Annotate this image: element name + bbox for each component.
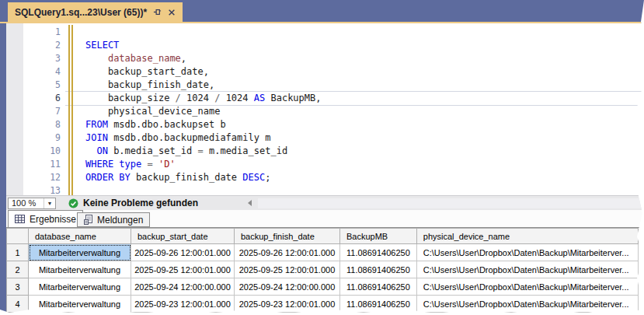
line-number: 9: [23, 131, 61, 145]
table-row: 5Mitarbeiterverwaltung2025-09-22 12:00:0…: [7, 313, 639, 315]
tab-meldungen[interactable]: Meldungen: [77, 212, 150, 227]
grid-column-header[interactable]: BackupMB: [340, 229, 417, 244]
table-row: 3Mitarbeiterverwaltung2025-09-24 12:00:0…: [7, 278, 639, 296]
grid-cell[interactable]: 11.08691406250: [340, 244, 417, 261]
grid-row-header[interactable]: 1: [7, 244, 29, 261]
health-indicator-text: Keine Probleme gefunden: [83, 198, 198, 208]
line-number: 8: [23, 118, 61, 131]
tab-ergebnisse[interactable]: Ergebnisse: [8, 210, 83, 227]
grid-cell[interactable]: C:\Users\User\Dropbox\Daten\Backup\Mitar…: [416, 296, 638, 313]
grid-column-header[interactable]: database_name: [29, 229, 131, 244]
close-icon[interactable]: [168, 9, 176, 16]
grid-body: 1Mitarbeiterverwaltung2025-09-26 12:00:0…: [7, 244, 639, 315]
grid-cell[interactable]: 2025-09-24 12:00:00.000: [235, 278, 340, 296]
grid-cell[interactable]: 2025-09-26 12:00:01.000: [131, 244, 235, 261]
code-line[interactable]: ORDER BY backup_finish_date DESC;: [85, 171, 321, 184]
line-number: 10: [23, 145, 61, 158]
grid-cell[interactable]: Mitarbeiterverwaltung: [29, 261, 131, 278]
chevron-down-icon[interactable]: ▾: [44, 198, 55, 208]
code-line[interactable]: backup_finish_date,: [85, 79, 321, 92]
tab-meldungen-label: Meldungen: [97, 215, 143, 226]
window-frame-left: [0, 0, 6, 315]
grid-cell[interactable]: 11.08691406250: [340, 296, 417, 313]
code-line[interactable]: backup_start_date,: [85, 65, 321, 79]
grid-icon: [15, 215, 25, 223]
document-tab-title: SQLQuery1.sq...23\User (65))*: [15, 7, 147, 18]
grid-row-header[interactable]: 4: [7, 296, 29, 313]
grid-cell[interactable]: Mitarbeiterverwaltung: [29, 278, 131, 296]
unsaved-changes-bar: [68, 25, 73, 195]
grid-cell[interactable]: Mitarbeiterverwaltung: [29, 313, 131, 315]
editor-status-strip: 100 % ▾ Keine Probleme gefunden: [6, 195, 644, 210]
grid-row-header[interactable]: 5: [7, 313, 29, 315]
line-number: 12: [23, 171, 61, 184]
pin-icon[interactable]: [153, 8, 162, 16]
grid-cell[interactable]: 2025-09-24 12:00:00.000: [131, 278, 235, 296]
grid-cell[interactable]: 11.08691406250: [340, 261, 417, 278]
grid-cell[interactable]: 2025-09-25 12:00:01.000: [235, 261, 340, 278]
code-line[interactable]: backup_size / 1024 / 1024 AS BackupMB,: [85, 92, 321, 105]
table-row: 2Mitarbeiterverwaltung2025-09-25 12:00:0…: [7, 261, 639, 278]
code-line[interactable]: SELECT: [85, 39, 321, 52]
code-line[interactable]: WHERE type = 'D': [85, 158, 321, 171]
line-numbers: 12345678910111213: [23, 26, 61, 198]
table-row: 4Mitarbeiterverwaltung2025-09-23 12:00:0…: [7, 296, 639, 313]
grid-cell[interactable]: 2025-09-25 12:00:01.000: [131, 261, 235, 278]
grid-cell[interactable]: 11.08691406250: [340, 313, 417, 315]
ssms-window: SQLQuery1.sq...23\User (65))* 1234567891…: [0, 0, 644, 315]
results-grid: database_namebackup_start_datebackup_fin…: [6, 227, 644, 315]
grid-cell[interactable]: 2025-09-26 12:00:01.000: [235, 244, 340, 261]
grid-cell[interactable]: 2025-09-22 12:00:01.000: [235, 313, 340, 315]
grid-column-header[interactable]: backup_start_date: [131, 229, 235, 244]
table-row: 1Mitarbeiterverwaltung2025-09-26 12:00:0…: [7, 244, 639, 261]
results-tab-bar: Ergebnisse Meldungen: [6, 210, 644, 227]
grid-cell[interactable]: C:\Users\User\Dropbox\Daten\Backup\Mitar…: [416, 261, 638, 278]
code-line[interactable]: database_name,: [85, 52, 321, 65]
code-line[interactable]: JOIN msdb.dbo.backupmediafamily m: [85, 131, 321, 145]
glyph-margin: [6, 23, 23, 195]
document-tab-strip: SQLQuery1.sq...23\User (65))*: [0, 0, 644, 23]
grid-cell[interactable]: C:\Users\User\Dropbox\Daten\Backup\Mitar…: [416, 244, 638, 261]
sql-editor[interactable]: 12345678910111213 SELECT database_name, …: [6, 23, 644, 195]
health-indicator[interactable]: Keine Probleme gefunden: [68, 198, 198, 208]
query-document-tab[interactable]: SQLQuery1.sq...23\User (65))*: [8, 2, 183, 22]
code-line[interactable]: FROM msdb.dbo.backupset b: [85, 118, 321, 131]
results-table: database_namebackup_start_datebackup_fin…: [6, 228, 639, 315]
grid-column-header[interactable]: backup_finish_date: [235, 229, 340, 244]
scroll-left-arrow-icon[interactable]: [248, 200, 252, 206]
grid-cell[interactable]: 2025-09-23 12:00:01.000: [235, 296, 340, 313]
line-number: 6: [23, 92, 61, 105]
grid-corner-header[interactable]: [7, 229, 29, 244]
grid-column-header[interactable]: physical_device_name: [416, 229, 638, 244]
code-lines[interactable]: SELECT database_name, backup_start_date,…: [85, 26, 321, 198]
zoom-level-select[interactable]: 100 % ▾: [8, 198, 56, 209]
grid-row-header[interactable]: 2: [7, 261, 29, 278]
grid-header-row: database_namebackup_start_datebackup_fin…: [7, 229, 639, 244]
grid-cell[interactable]: 11.08691406250: [340, 278, 417, 296]
line-number: 1: [23, 26, 61, 39]
line-number: 7: [23, 105, 61, 118]
line-number: 2: [23, 39, 61, 52]
grid-cell[interactable]: Mitarbeiterverwaltung: [29, 296, 131, 313]
line-number: 3: [23, 52, 61, 65]
zoom-level-value: 100 %: [9, 198, 44, 208]
grid-cell[interactable]: 2025-09-23 12:00:01.000: [131, 296, 235, 313]
grid-row-header[interactable]: 3: [7, 278, 29, 296]
messages-icon: [84, 215, 92, 225]
check-circle-icon: [68, 198, 78, 208]
grid-cell[interactable]: C:\Users\User\Dropbox\Daten\Backup\Mitar…: [416, 278, 638, 296]
line-number: 11: [23, 158, 61, 171]
grid-cell[interactable]: C:\Users\User\Dropbox\Daten\Backup\Mitar…: [416, 313, 638, 315]
code-line[interactable]: physical_device_name: [85, 105, 321, 118]
line-number: 4: [23, 65, 61, 79]
code-line[interactable]: ON b.media_set_id = m.media_set_id: [85, 145, 321, 158]
line-number: 5: [23, 79, 61, 92]
horizontal-scrollbar[interactable]: [258, 198, 642, 208]
grid-cell[interactable]: 2025-09-22 12:00:01.000: [131, 313, 235, 315]
grid-cell[interactable]: Mitarbeiterverwaltung: [29, 244, 131, 261]
tab-ergebnisse-label: Ergebnisse: [30, 214, 76, 225]
code-line[interactable]: [85, 26, 321, 39]
